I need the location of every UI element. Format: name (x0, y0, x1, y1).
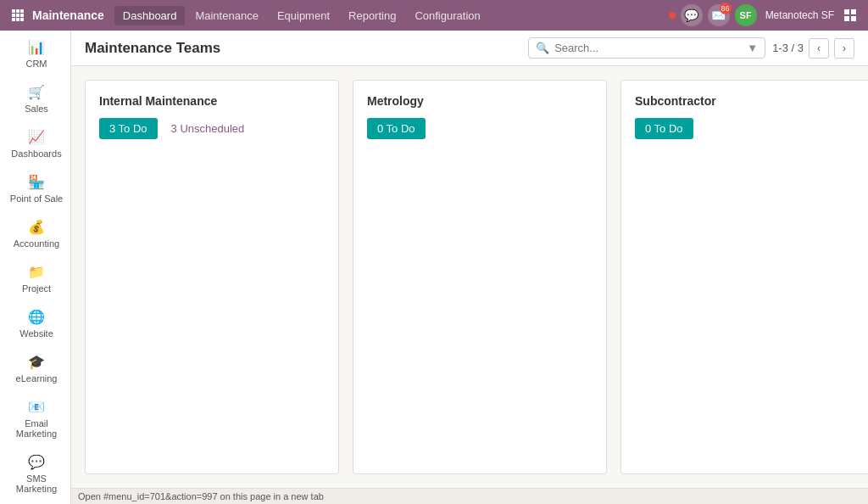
nav-dashboard[interactable]: Dashboard (114, 6, 186, 25)
email-marketing-icon: 📧 (27, 397, 46, 416)
nav-equipment[interactable]: Equipment (269, 6, 338, 25)
team-card-subcontractor: Subcontractor 0 To Do (620, 80, 868, 474)
sidebar-label-website: Website (19, 328, 53, 339)
website-icon: 🌐 (27, 307, 46, 326)
content-header: Maintenance Teams 🔍 ▼ 1-3 / 3 ‹ › (71, 31, 868, 66)
chat-icon: 💬 (684, 8, 698, 22)
pagination-text: 1-3 / 3 (772, 42, 804, 54)
nav-configuration[interactable]: Configuration (406, 6, 488, 25)
notification-dot (669, 12, 676, 19)
nav-reporting[interactable]: Reporting (340, 6, 404, 25)
svg-rect-2 (20, 9, 24, 13)
chat-icon-btn[interactable]: 💬 (681, 4, 703, 26)
sidebar-item-events[interactable]: 🎪 Events (0, 501, 70, 504)
svg-rect-6 (12, 18, 15, 21)
search-input[interactable] (554, 42, 747, 54)
content-area: Maintenance Teams 🔍 ▼ 1-3 / 3 ‹ › Intern… (71, 31, 868, 504)
user-avatar[interactable]: SF (735, 4, 757, 26)
svg-rect-7 (16, 18, 19, 21)
svg-rect-10 (851, 9, 856, 14)
sidebar-label-sms-marketing: SMS Marketing (6, 473, 67, 494)
top-navigation: Maintenance Dashboard Maintenance Equipm… (0, 0, 868, 31)
sidebar-item-website[interactable]: 🌐 Website (0, 300, 70, 345)
svg-rect-1 (16, 9, 19, 13)
team-card-title-internal: Internal Maintenance (99, 94, 325, 108)
sidebar-item-crm[interactable]: 📊 CRM (0, 31, 70, 76)
team-card-title-metrology: Metrology (367, 94, 593, 108)
dashboards-icon: 📈 (27, 127, 46, 146)
svg-rect-5 (20, 14, 24, 17)
sidebar-label-elearning: eLearning (16, 373, 58, 384)
team-card-actions-metrology: 0 To Do (367, 118, 593, 139)
status-bar: Open #menu_id=701&action=997 on this pag… (71, 488, 868, 504)
team-card-metrology: Metrology 0 To Do (353, 80, 607, 474)
search-container: 🔍 ▼ (528, 37, 765, 59)
svg-rect-9 (844, 9, 849, 14)
cards-area: Internal Maintenance 3 To Do 3 Unschedul… (71, 66, 868, 488)
sidebar-item-sales[interactable]: 🛒 Sales (0, 76, 70, 120)
svg-rect-8 (20, 18, 24, 21)
pagination: 1-3 / 3 ‹ › (772, 38, 854, 59)
sidebar-label-sales: Sales (25, 104, 48, 114)
sidebar-item-email-marketing[interactable]: 📧 Email Marketing (0, 390, 70, 445)
sidebar-item-project[interactable]: 📁 Project (0, 255, 70, 300)
team-card-title-subcontractor: Subcontractor (635, 94, 860, 108)
sidebar-label-email-marketing: Email Marketing (6, 418, 67, 439)
header-right: 🔍 ▼ 1-3 / 3 ‹ › (528, 37, 854, 59)
accounting-icon: 💰 (27, 217, 46, 236)
search-icon: 🔍 (536, 42, 549, 54)
sidebar-label-project: Project (22, 283, 51, 294)
sidebar-item-accounting[interactable]: 💰 Accounting (0, 210, 70, 255)
svg-rect-12 (851, 16, 856, 21)
sidebar: 📊 CRM 🛒 Sales 📈 Dashboards 🏪 Point of Sa… (0, 31, 71, 504)
company-name: Metanotech SF (765, 9, 834, 21)
sidebar-item-dashboards[interactable]: 📈 Dashboards (0, 120, 70, 165)
apps-menu-icon[interactable] (7, 4, 29, 26)
pos-icon: 🏪 (27, 172, 46, 191)
todo-button-metrology[interactable]: 0 To Do (367, 118, 426, 139)
messages-icon-btn[interactable]: ✉️ 86 (708, 4, 730, 26)
status-bar-text: Open #menu_id=701&action=997 on this pag… (78, 491, 324, 501)
unscheduled-link-internal[interactable]: 3 Unscheduled (171, 122, 245, 135)
svg-rect-4 (16, 14, 19, 17)
sales-icon: 🛒 (27, 82, 46, 101)
page-title: Maintenance Teams (85, 40, 220, 57)
main-layout: 📊 CRM 🛒 Sales 📈 Dashboards 🏪 Point of Sa… (0, 31, 868, 504)
nav-maintenance[interactable]: Maintenance (186, 6, 266, 25)
sidebar-label-crm: CRM (25, 59, 47, 69)
sidebar-label-dashboards: Dashboards (11, 148, 61, 159)
sidebar-item-point-of-sale[interactable]: 🏪 Point of Sale (0, 165, 70, 210)
pagination-next[interactable]: › (834, 38, 854, 59)
brand-name: Maintenance (32, 8, 104, 22)
svg-rect-0 (12, 9, 15, 13)
grid-view-icon[interactable] (839, 4, 861, 26)
project-icon: 📁 (27, 262, 46, 281)
todo-button-subcontractor[interactable]: 0 To Do (635, 118, 693, 139)
sms-marketing-icon: 💬 (27, 452, 46, 471)
svg-rect-11 (844, 16, 849, 21)
nav-items: Dashboard Maintenance Equipment Reportin… (114, 6, 665, 25)
sidebar-label-accounting: Accounting (14, 238, 59, 249)
sidebar-item-elearning[interactable]: 🎓 eLearning (0, 345, 70, 390)
todo-button-internal[interactable]: 3 To Do (99, 118, 158, 139)
team-card-actions-subcontractor: 0 To Do (635, 118, 860, 139)
crm-icon: 📊 (27, 37, 46, 56)
messages-badge: 86 (720, 3, 732, 14)
sidebar-label-pos: Point of Sale (10, 193, 63, 204)
team-card-actions-internal: 3 To Do 3 Unscheduled (99, 118, 325, 139)
search-dropdown-arrow[interactable]: ▼ (747, 42, 758, 54)
top-right-icons: 💬 ✉️ 86 SF Metanotech SF (669, 4, 861, 26)
svg-rect-3 (12, 14, 15, 17)
pagination-prev[interactable]: ‹ (809, 38, 829, 59)
sidebar-item-sms-marketing[interactable]: 💬 SMS Marketing (0, 445, 70, 501)
elearning-icon: 🎓 (27, 352, 46, 371)
team-card-internal: Internal Maintenance 3 To Do 3 Unschedul… (85, 80, 339, 474)
